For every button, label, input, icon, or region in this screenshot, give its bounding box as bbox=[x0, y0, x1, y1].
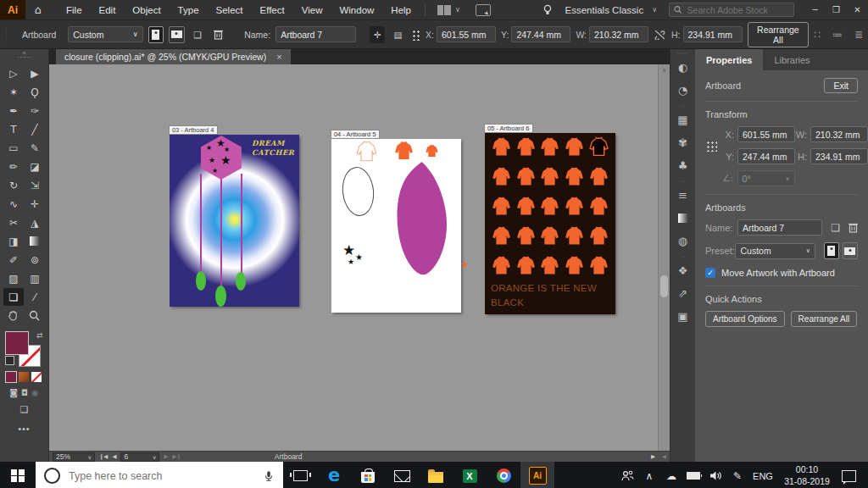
close-tab-icon[interactable]: × bbox=[276, 52, 281, 62]
hidden-icons-chevron[interactable]: ∧ bbox=[638, 470, 660, 482]
artboard-options-button[interactable]: Artboard Options bbox=[705, 311, 785, 327]
microphone-icon[interactable] bbox=[263, 469, 275, 483]
pen-tool-icon[interactable]: ✒ bbox=[3, 102, 24, 119]
move-artwork-toggle[interactable]: ✛ bbox=[370, 26, 385, 43]
column-graph-tool-icon[interactable]: ▥ bbox=[25, 269, 45, 287]
x-input[interactable]: 601.55 mm bbox=[437, 26, 496, 42]
restore-button[interactable]: ❐ bbox=[826, 5, 847, 14]
menu-help[interactable]: Help bbox=[382, 5, 420, 15]
battery-icon[interactable] bbox=[682, 472, 704, 480]
menu-file[interactable]: File bbox=[58, 5, 91, 15]
move-artwork-checkbox[interactable]: ✓ bbox=[705, 268, 715, 278]
mail-app-icon[interactable] bbox=[385, 462, 419, 488]
default-swatches-icon[interactable] bbox=[5, 356, 14, 365]
transparency-icon[interactable]: ◍ bbox=[670, 230, 695, 252]
menu-type[interactable]: Type bbox=[170, 5, 208, 15]
panel-menu-icon[interactable]: ≣ bbox=[854, 29, 863, 41]
chrome-app-icon[interactable] bbox=[487, 462, 520, 488]
rearrange-all-button[interactable]: Rearrange All bbox=[748, 22, 810, 47]
screen-mode-icon[interactable]: ❏ bbox=[20, 404, 29, 415]
artboard6-label[interactable]: 05 - Artboard 6 bbox=[484, 124, 533, 133]
menu-view[interactable]: View bbox=[293, 5, 331, 15]
portrait-button[interactable] bbox=[824, 242, 839, 259]
panel-y-input[interactable]: 247.44 mm bbox=[737, 148, 795, 164]
landscape-button[interactable] bbox=[843, 242, 858, 259]
drag-handle[interactable]: ⋯⋯ bbox=[17, 55, 31, 59]
snap-options-icon[interactable]: ∷ bbox=[814, 29, 821, 41]
eyedropper-tool-icon[interactable]: ✐ bbox=[3, 251, 24, 269]
draw-behind-icon[interactable]: ◘ bbox=[21, 388, 28, 397]
align-options-icon[interactable]: ≔ bbox=[832, 29, 843, 41]
stroke-icon[interactable]: ≡ bbox=[670, 184, 695, 207]
taskbar-search-input[interactable] bbox=[67, 469, 256, 483]
onedrive-cloud-icon[interactable]: ☁ bbox=[660, 470, 682, 482]
delete-artboard-icon[interactable] bbox=[210, 26, 225, 43]
task-view-button[interactable] bbox=[283, 462, 317, 488]
last-artboard-icon[interactable]: ▶❙ bbox=[172, 453, 181, 460]
illustrator-app-icon[interactable]: Ai bbox=[520, 462, 554, 488]
workspace-switcher[interactable]: Essentials Classic bbox=[565, 5, 643, 15]
exit-button[interactable]: Exit bbox=[824, 78, 858, 93]
fill-swatch[interactable] bbox=[5, 331, 29, 355]
status-indicator[interactable]: Artboard bbox=[275, 452, 303, 461]
edit-toolbar-icon[interactable]: ••• bbox=[18, 424, 31, 434]
menu-object[interactable]: Object bbox=[124, 5, 169, 15]
people-icon[interactable] bbox=[616, 470, 638, 481]
panel-h-input[interactable]: 234.91 mm bbox=[810, 148, 868, 164]
clock[interactable]: 00:10 31-08-2019 bbox=[777, 464, 837, 486]
hand-tool-icon[interactable] bbox=[3, 307, 24, 324]
first-artboard-icon[interactable]: ❙◀ bbox=[99, 453, 108, 460]
w-input[interactable]: 210.32 mm bbox=[589, 26, 648, 42]
swatches-icon[interactable]: ▦ bbox=[670, 108, 695, 131]
export-icon[interactable]: ⇗ bbox=[670, 282, 695, 305]
blend-tool-icon[interactable]: ⊚ bbox=[25, 251, 45, 269]
language-indicator[interactable]: ENG bbox=[748, 471, 777, 481]
lasso-tool-icon[interactable]: Ϙ bbox=[25, 83, 45, 101]
h-input[interactable]: 234.91 mm bbox=[683, 26, 743, 42]
eraser-tool-icon[interactable]: ◪ bbox=[25, 158, 45, 175]
volume-icon[interactable] bbox=[704, 470, 726, 481]
discover-icon[interactable] bbox=[542, 4, 553, 16]
panel-x-input[interactable]: 601.55 mm bbox=[737, 126, 795, 142]
tab-properties[interactable]: Properties bbox=[695, 49, 763, 70]
vertical-scrollbar[interactable]: ∧ bbox=[658, 64, 670, 451]
panel-w-input[interactable]: 210.32 mm bbox=[810, 126, 868, 142]
rearrange-all-button[interactable]: Rearrange All bbox=[791, 311, 858, 327]
shaper-tool-icon[interactable]: ✏ bbox=[3, 158, 24, 175]
layers-icon[interactable]: ❖ bbox=[670, 259, 695, 282]
hscroll-right-icon[interactable]: ▶ bbox=[651, 453, 655, 460]
panel-artboard-name-input[interactable]: Artboard 7 bbox=[737, 219, 822, 236]
artboard-name-input[interactable]: Artboard 7 bbox=[275, 26, 356, 42]
minimize-button[interactable]: ─ bbox=[804, 5, 826, 14]
magic-wand-tool-icon[interactable]: ✶ bbox=[3, 83, 24, 101]
none-button[interactable] bbox=[31, 372, 42, 382]
menu-edit[interactable]: Edit bbox=[91, 5, 125, 15]
artboard-options-icon[interactable]: ▤ bbox=[390, 26, 405, 43]
delete-artboard-icon[interactable] bbox=[849, 222, 858, 233]
chevron-down-icon[interactable]: ∨ bbox=[652, 6, 657, 14]
direct-selection-tool-icon[interactable]: ▶ bbox=[25, 64, 45, 82]
scissors-tool-icon[interactable]: ✂ bbox=[3, 214, 24, 231]
shape-builder-tool-icon[interactable]: ◨ bbox=[3, 232, 24, 250]
symbols-icon[interactable]: ♣ bbox=[670, 154, 695, 177]
scale-tool-icon[interactable]: ⇲ bbox=[25, 176, 45, 194]
adobe-stock-search[interactable] bbox=[669, 3, 794, 17]
menu-select[interactable]: Select bbox=[208, 5, 252, 15]
menu-effect[interactable]: Effect bbox=[252, 5, 293, 15]
artboard5-label[interactable]: 04 - Artboard 5 bbox=[331, 130, 380, 139]
tab-libraries[interactable]: Libraries bbox=[763, 49, 821, 70]
symbol-sprayer-tool-icon[interactable]: ▨ bbox=[3, 269, 24, 287]
file-explorer-icon[interactable] bbox=[419, 462, 453, 488]
brushes-icon[interactable]: ✾ bbox=[670, 131, 695, 154]
canvas[interactable]: 03 - Artboard 4 ★★★★★★ DREAM CATCHER 04 … bbox=[49, 64, 670, 451]
artboard-number-select[interactable]: 6∨ bbox=[120, 452, 159, 462]
rotate-tool-icon[interactable]: ↻ bbox=[3, 176, 24, 194]
portrait-button[interactable] bbox=[148, 26, 164, 43]
panel-preset-select[interactable]: Custom∨ bbox=[735, 243, 815, 259]
close-button[interactable]: ✕ bbox=[847, 5, 868, 14]
selection-tool-icon[interactable]: ▷ bbox=[3, 64, 24, 82]
document-tab[interactable]: closure (clipping).ai* @ 25% (CMYK/GPU P… bbox=[56, 49, 291, 64]
y-input[interactable]: 247.44 mm bbox=[511, 26, 570, 42]
color-panel-icon[interactable]: ◐ bbox=[670, 56, 695, 79]
curvature-tool-icon[interactable]: ✑ bbox=[25, 102, 45, 119]
